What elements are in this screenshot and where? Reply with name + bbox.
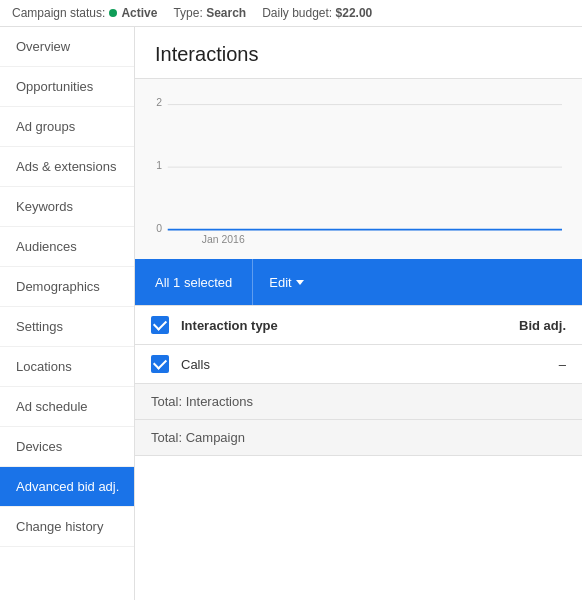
selection-toolbar: All 1 selected Edit	[135, 259, 582, 305]
bid-adj-value: –	[466, 357, 566, 372]
total-campaign-row: Total: Campaign	[135, 420, 582, 456]
y-label-0: 0	[156, 223, 162, 234]
budget-label: Daily budget:	[262, 6, 332, 20]
sidebar-item-locations[interactable]: Locations	[0, 347, 134, 387]
selected-count: All 1 selected	[135, 259, 253, 305]
bid-adj-header: Bid adj.	[466, 318, 566, 333]
sidebar-item-ad-groups[interactable]: Ad groups	[0, 107, 134, 147]
interactions-chart: 2 1 0 Jan 2016	[145, 89, 562, 249]
interaction-type-value: Calls	[181, 357, 466, 372]
campaign-type: Type: Search	[173, 6, 246, 20]
y-label-1: 1	[156, 160, 162, 171]
y-label-2: 2	[156, 97, 162, 108]
budget-value: $22.00	[336, 6, 373, 20]
sidebar-item-ads-extensions[interactable]: Ads & extensions	[0, 147, 134, 187]
chart-area: 2 1 0 Jan 2016	[135, 79, 582, 259]
status-label: Campaign status:	[12, 6, 105, 20]
total-interactions-row: Total: Interactions	[135, 384, 582, 420]
page-title: Interactions	[155, 43, 562, 66]
edit-button[interactable]: Edit	[253, 259, 319, 305]
select-all-checkbox[interactable]	[151, 316, 169, 334]
sidebar-item-devices[interactable]: Devices	[0, 427, 134, 467]
row-checkbox-col	[151, 355, 181, 373]
interaction-type-header: Interaction type	[181, 318, 466, 333]
table-row: Calls –	[135, 345, 582, 384]
main-layout: Overview Opportunities Ad groups Ads & e…	[0, 27, 582, 600]
sidebar: Overview Opportunities Ad groups Ads & e…	[0, 27, 135, 600]
sidebar-item-advanced-bid[interactable]: Advanced bid adj.	[0, 467, 134, 507]
type-label: Type:	[173, 6, 202, 20]
chevron-down-icon	[296, 280, 304, 285]
daily-budget: Daily budget: $22.00	[262, 6, 372, 20]
row-checkbox[interactable]	[151, 355, 169, 373]
sidebar-item-settings[interactable]: Settings	[0, 307, 134, 347]
type-value: Search	[206, 6, 246, 20]
sidebar-item-change-history[interactable]: Change history	[0, 507, 134, 547]
interactions-table: Interaction type Bid adj. Calls – Total:…	[135, 305, 582, 456]
content-header: Interactions	[135, 27, 582, 79]
sidebar-item-keywords[interactable]: Keywords	[0, 187, 134, 227]
sidebar-item-overview[interactable]: Overview	[0, 27, 134, 67]
sidebar-item-audiences[interactable]: Audiences	[0, 227, 134, 267]
content-area: Interactions 2 1 0 Jan 2016 All	[135, 27, 582, 600]
top-bar: Campaign status: Active Type: Search Dai…	[0, 0, 582, 27]
table-header-row: Interaction type Bid adj.	[135, 306, 582, 345]
x-label-jan2016: Jan 2016	[202, 234, 245, 245]
status-value: Active	[121, 6, 157, 20]
header-checkbox-col	[151, 316, 181, 334]
status-dot-icon	[109, 9, 117, 17]
sidebar-item-demographics[interactable]: Demographics	[0, 267, 134, 307]
campaign-status: Campaign status: Active	[12, 6, 157, 20]
sidebar-item-ad-schedule[interactable]: Ad schedule	[0, 387, 134, 427]
sidebar-item-opportunities[interactable]: Opportunities	[0, 67, 134, 107]
